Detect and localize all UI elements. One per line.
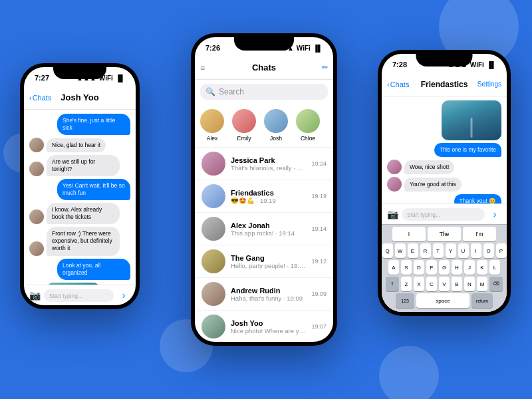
key-e[interactable]: E: [408, 243, 418, 258]
phone1-send-button[interactable]: ›: [117, 289, 130, 302]
phone1-nav: ‹ Chats Josh Yoo: [24, 86, 136, 110]
chat-name-thegang: The Gang: [231, 254, 306, 262]
chat-item-thegang[interactable]: The Gang Hello, party people! · 19:12 19…: [195, 245, 333, 278]
chat-preview-jessica: That's hilarious, really · 19:24: [231, 164, 306, 172]
avatar: [29, 241, 44, 256]
fav-item-alex[interactable]: Alex: [199, 109, 225, 142]
chat-item-alexjonah[interactable]: Alex Jonah This app rocks! · 19:14 19:14: [195, 213, 333, 245]
key-b[interactable]: B: [452, 277, 462, 291]
phone1-back-button[interactable]: ‹ Chats: [29, 94, 51, 102]
space-key[interactable]: space: [416, 293, 469, 308]
fav-item-josh[interactable]: Josh: [263, 109, 289, 142]
key-w[interactable]: W: [395, 243, 406, 258]
key-j[interactable]: J: [464, 260, 475, 275]
chat-info-friendastics: Friendastics 😎🤩💪 · 19:19: [231, 189, 306, 204]
phone1: 7:27 ▲▲▲ WiFi ▐▌ ‹ Chats Josh Yoo She's …: [20, 63, 140, 309]
phone1-input[interactable]: Start typing...: [44, 289, 114, 302]
chat-preview-andrew: Haha, that's funny · 19:09: [231, 295, 306, 302]
key-i[interactable]: I: [471, 243, 481, 258]
key-q[interactable]: Q: [382, 243, 393, 258]
key-v[interactable]: V: [439, 277, 450, 291]
return-key[interactable]: return: [471, 293, 493, 308]
phone3-send-button[interactable]: ›: [488, 207, 501, 221]
avatar: [29, 162, 44, 176]
key-m[interactable]: M: [477, 277, 487, 291]
key-l[interactable]: L: [489, 260, 500, 275]
menu-icon[interactable]: ≡: [200, 63, 205, 72]
key-r[interactable]: R: [420, 243, 431, 258]
phone1-time: 7:27: [35, 74, 49, 82]
phone3-input[interactable]: Start typing...: [402, 208, 485, 221]
key-h[interactable]: H: [452, 260, 462, 275]
phone1-notch: [53, 67, 106, 79]
chat-time-jessica: 19:24: [311, 160, 327, 167]
fav-avatar-alex: [200, 109, 224, 133]
bubble-sent: Look at you, all organized: [57, 259, 130, 280]
key-d[interactable]: D: [414, 260, 424, 275]
key-k[interactable]: K: [477, 260, 487, 275]
phone3-settings-button[interactable]: Settings: [477, 80, 501, 88]
delete-key[interactable]: ⌫: [489, 277, 503, 291]
chat-item-joshyoo[interactable]: Josh Yoo Nice photo! Where are you? · 19…: [195, 311, 333, 342]
phone3-chat-area: This one is my favorite Wow, nice shot! …: [382, 96, 507, 203]
key-n[interactable]: N: [464, 277, 475, 291]
key-p[interactable]: P: [496, 243, 507, 258]
avatar: [29, 209, 44, 224]
key-a[interactable]: A: [388, 260, 399, 275]
bubble-recv: I know, Alex already book the tickets: [47, 203, 120, 224]
bubble-recv: Nice, glad to hear it: [47, 138, 106, 152]
compose-icon[interactable]: ✏: [322, 63, 328, 72]
camera-icon[interactable]: 📷: [387, 209, 398, 219]
key-u[interactable]: U: [458, 243, 469, 258]
suggest-im[interactable]: I'm: [463, 227, 496, 241]
chat-time-alexjonah: 19:14: [311, 225, 327, 232]
chat-info-joshyoo: Josh Yoo Nice photo! Where are you? · 19…: [231, 319, 306, 334]
msg-row: Look at you, all organized: [29, 259, 130, 280]
phone3-time: 7:28: [392, 61, 407, 68]
chat-avatar-jessica: [201, 152, 225, 176]
phone3-placeholder: Start typing...: [407, 211, 440, 218]
chat-avatar-alexjonah: [201, 217, 225, 241]
keyboard-row-2: A S D F G H J K L: [384, 260, 504, 275]
key-z[interactable]: Z: [401, 277, 412, 291]
camera-icon[interactable]: 📷: [29, 290, 41, 301]
fav-item-emily[interactable]: Emily: [231, 109, 257, 142]
phone2-screen: 7:26 ▲▲▲ WiFi ▐▌ ≡ Chats ✏ 🔍 Search: [195, 37, 333, 342]
key-g[interactable]: G: [439, 260, 450, 275]
key-x[interactable]: X: [414, 277, 424, 291]
key-s[interactable]: S: [401, 260, 412, 275]
keyboard-row-1: Q W E R T Y U I O P: [384, 243, 504, 258]
phone3-input-bar: 📷 Start typing... ›: [382, 203, 507, 224]
wifi-icon: WiFi: [297, 45, 311, 52]
fav-avatar-josh: [264, 109, 288, 133]
phone2-nav: ≡ Chats ✏: [195, 56, 333, 80]
phone3-back-button[interactable]: ‹ Chats: [387, 80, 409, 88]
chat-item-andrew[interactable]: Andrew Rudin Haha, that's funny · 19:09 …: [195, 278, 333, 311]
phone2-notch: [234, 37, 294, 51]
key-c[interactable]: C: [426, 277, 437, 291]
msg-row: [387, 100, 501, 140]
phone1-placeholder: Start typing...: [49, 293, 82, 299]
fav-item-chloe[interactable]: Chloe: [295, 109, 321, 142]
keyboard-row-bottom: 123 space return: [384, 293, 504, 308]
numbers-key[interactable]: 123: [396, 293, 414, 308]
key-f[interactable]: F: [426, 260, 437, 275]
key-t[interactable]: T: [433, 243, 444, 258]
search-bar[interactable]: 🔍 Search: [200, 84, 328, 100]
favorites-row: Alex Emily Josh Chloe: [195, 104, 333, 148]
msg-row: Thank you! 😊: [387, 194, 501, 203]
suggest-i[interactable]: I: [392, 227, 426, 241]
key-o[interactable]: O: [483, 243, 494, 258]
chat-item-friendastics[interactable]: Friendastics 😎🤩💪 · 19:19 19:19: [195, 180, 333, 213]
shift-key[interactable]: ⇧: [386, 277, 399, 291]
chat-item-jessica[interactable]: Jessica Park That's hilarious, really · …: [195, 148, 333, 180]
msg-row: Yes! Can't wait. It'll be so much fun: [29, 179, 130, 200]
chat-name-jessica: Jessica Park: [231, 156, 306, 164]
bubble-sent: Thank you! 😊: [454, 194, 501, 203]
key-y[interactable]: Y: [446, 243, 456, 258]
phone3-nav-title: Friendastics: [421, 80, 468, 89]
suggest-the[interactable]: The: [428, 227, 461, 241]
chevron-left-icon: ‹: [387, 80, 390, 88]
phone1-screen: 7:27 ▲▲▲ WiFi ▐▌ ‹ Chats Josh Yoo She's …: [24, 67, 136, 305]
suggestion-row: I The I'm: [384, 227, 504, 241]
